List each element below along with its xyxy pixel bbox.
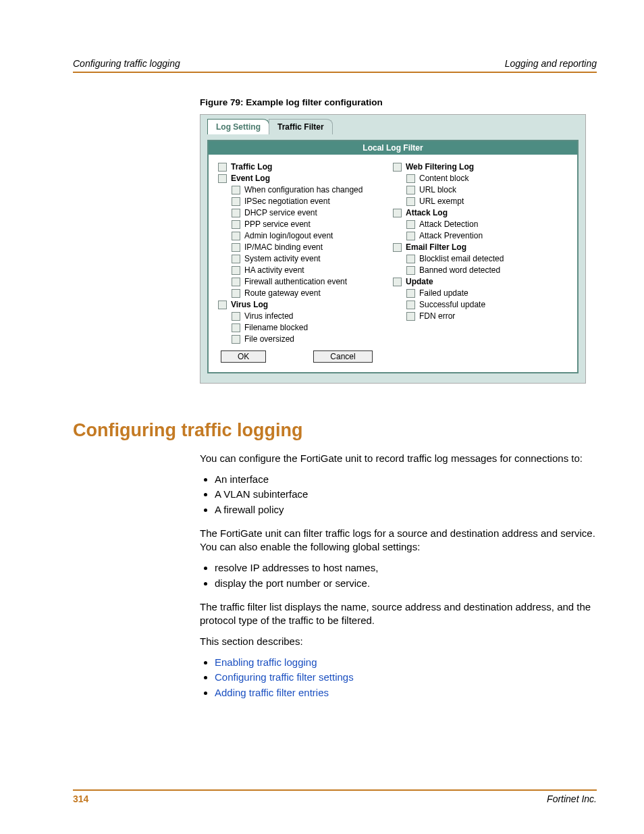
label-email-filter-log: Email Filter Log <box>406 242 466 252</box>
label-file-oversized: File oversized <box>244 334 294 344</box>
figure-screenshot: Log Setting Traffic Filter Local Log Fil… <box>200 114 586 384</box>
ok-button[interactable]: OK <box>221 350 266 363</box>
checkbox-blocklist-email[interactable] <box>406 255 415 263</box>
checkbox-file-oversized[interactable] <box>232 335 240 344</box>
header-left: Configuring traffic logging <box>73 58 180 69</box>
list-item: display the port number or service. <box>215 577 597 591</box>
label-attack-log: Attack Log <box>406 208 448 217</box>
checkbox-attack-prevention[interactable] <box>406 232 415 240</box>
label-content-block: Content block <box>419 174 468 183</box>
label-traffic-log: Traffic Log <box>231 162 272 172</box>
checkbox-content-block[interactable] <box>406 174 415 183</box>
paragraph: You can configure the FortiGate unit to … <box>200 452 597 466</box>
label-successful-update: Successful update <box>419 300 485 309</box>
label-blocklist-email: Blocklist email detected <box>419 254 504 263</box>
label-attack-prevention: Attack Prevention <box>419 231 483 240</box>
list-connections: An interface A VLAN subinterface A firew… <box>200 473 597 517</box>
page-number: 314 <box>73 793 88 804</box>
label-ipmac: IP/MAC binding event <box>244 242 323 252</box>
checkbox-url-block[interactable] <box>406 186 415 194</box>
label-url-exempt: URL exempt <box>419 197 464 206</box>
rule-bottom <box>73 789 597 791</box>
label-attack-detection: Attack Detection <box>419 219 478 229</box>
list-settings: resolve IP addresses to host names, disp… <box>200 561 597 590</box>
label-system-activity: System activity event <box>244 254 321 263</box>
label-admin-login: Admin login/logout event <box>244 231 333 240</box>
checkbox-admin-login[interactable] <box>232 232 240 240</box>
checkbox-filename-blocked[interactable] <box>232 323 240 332</box>
checkbox-successful-update[interactable] <box>406 301 415 309</box>
checkbox-attack-detection[interactable] <box>406 220 415 229</box>
link-adding-traffic-filter[interactable]: Adding traffic filter entries <box>215 687 329 698</box>
checkbox-ha[interactable] <box>232 266 240 275</box>
checkbox-email-filter-log[interactable] <box>393 243 402 252</box>
checkbox-virus-infected[interactable] <box>232 312 240 321</box>
list-item: resolve IP addresses to host names, <box>215 561 597 575</box>
label-url-block: URL block <box>419 185 456 194</box>
label-filename-blocked: Filename blocked <box>244 323 308 332</box>
label-config-changed: When configuration has changed <box>244 185 363 194</box>
label-virus-infected: Virus infected <box>244 311 294 321</box>
checkbox-event-log[interactable] <box>218 174 227 183</box>
label-virus-log: Virus Log <box>231 300 268 309</box>
rule-top <box>73 72 597 73</box>
label-banned-word: Banned word detected <box>419 265 500 275</box>
label-event-log: Event Log <box>231 174 270 183</box>
checkbox-virus-log[interactable] <box>218 301 227 309</box>
checkbox-attack-log[interactable] <box>393 209 402 217</box>
label-route-gateway: Route gateway event <box>244 288 321 298</box>
link-configuring-traffic-filter[interactable]: Configuring traffic filter settings <box>215 671 354 683</box>
checkbox-ppp[interactable] <box>232 220 240 229</box>
label-dhcp: DHCP service event <box>244 208 317 217</box>
checkbox-web-filter-log[interactable] <box>393 163 402 172</box>
list-item: An interface <box>215 473 597 487</box>
checkbox-route-gateway[interactable] <box>232 289 240 298</box>
checkbox-traffic-log[interactable] <box>218 163 227 172</box>
figure-caption: Figure 79: Example log filter configurat… <box>200 97 597 107</box>
label-update: Update <box>406 277 433 286</box>
cancel-button[interactable]: Cancel <box>313 350 372 363</box>
checkbox-ipsec[interactable] <box>232 197 240 206</box>
label-fdn-error: FDN error <box>419 311 455 321</box>
checkbox-banned-word[interactable] <box>406 266 415 275</box>
header-right: Logging and reporting <box>505 58 597 69</box>
tab-log-setting[interactable]: Log Setting <box>207 119 269 134</box>
list-item: A firewall policy <box>215 503 597 517</box>
label-firewall-auth: Firewall authentication event <box>244 277 347 286</box>
section-heading: Configuring traffic logging <box>73 420 597 441</box>
link-enabling-traffic-logging[interactable]: Enabling traffic logging <box>215 656 317 668</box>
panel-title: Local Log Filter <box>209 141 577 155</box>
checkbox-fdn-error[interactable] <box>406 312 415 321</box>
checkbox-ipmac[interactable] <box>232 243 240 252</box>
label-ha: HA activity event <box>244 265 304 275</box>
paragraph: This section describes: <box>200 635 597 649</box>
checkbox-firewall-auth[interactable] <box>232 278 240 286</box>
footer-company: Fortinet Inc. <box>547 793 597 804</box>
label-web-filter-log: Web Filtering Log <box>406 162 474 172</box>
paragraph: The traffic filter list displays the nam… <box>200 600 597 628</box>
checkbox-failed-update[interactable] <box>406 289 415 298</box>
list-item: A VLAN subinterface <box>215 488 597 502</box>
tab-traffic-filter[interactable]: Traffic Filter <box>269 119 333 134</box>
checkbox-update[interactable] <box>393 278 402 286</box>
checkbox-dhcp[interactable] <box>232 209 240 217</box>
paragraph: The FortiGate unit can filter traffic lo… <box>200 527 597 554</box>
checkbox-config-changed[interactable] <box>232 186 240 194</box>
label-failed-update: Failed update <box>419 288 468 298</box>
label-ppp: PPP service event <box>244 219 311 229</box>
checkbox-url-exempt[interactable] <box>406 197 415 206</box>
checkbox-system-activity[interactable] <box>232 255 240 263</box>
list-links: Enabling traffic logging Configuring tra… <box>200 656 597 700</box>
label-ipsec: IPSec negotiation event <box>244 197 330 206</box>
